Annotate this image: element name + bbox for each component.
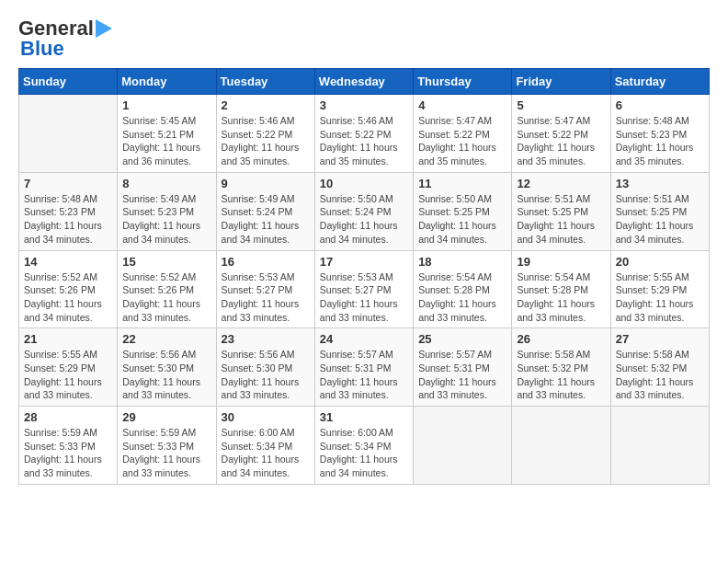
logo-arrow-icon (96, 19, 112, 38)
weekday-header-saturday: Saturday (610, 69, 709, 95)
day-info: Sunrise: 5:56 AMSunset: 5:30 PMDaylight:… (222, 348, 310, 402)
day-number: 1 (122, 98, 210, 112)
weekday-header-monday: Monday (118, 69, 216, 95)
calendar-week-row: 28Sunrise: 5:59 AMSunset: 5:33 PMDayligh… (19, 407, 710, 485)
calendar-cell: 3Sunrise: 5:46 AMSunset: 5:22 PMDaylight… (314, 95, 413, 173)
calendar-week-row: 1Sunrise: 5:45 AMSunset: 5:21 PMDaylight… (19, 95, 710, 173)
calendar-body: 1Sunrise: 5:45 AMSunset: 5:21 PMDaylight… (19, 95, 710, 485)
day-number: 2 (222, 98, 310, 112)
day-info: Sunrise: 5:56 AMSunset: 5:30 PMDaylight:… (122, 348, 210, 402)
day-info: Sunrise: 5:53 AMSunset: 5:27 PMDaylight:… (222, 270, 310, 325)
day-info: Sunrise: 5:47 AMSunset: 5:22 PMDaylight:… (517, 114, 605, 168)
calendar-week-row: 14Sunrise: 5:52 AMSunset: 5:26 PMDayligh… (19, 250, 710, 328)
day-number: 20 (616, 255, 704, 269)
day-info: Sunrise: 5:50 AMSunset: 5:25 PMDaylight:… (418, 192, 506, 247)
calendar-cell: 29Sunrise: 5:59 AMSunset: 5:33 PMDayligh… (118, 407, 216, 485)
day-number: 4 (418, 98, 506, 112)
day-number: 17 (320, 255, 408, 269)
day-info: Sunrise: 5:55 AMSunset: 5:29 PMDaylight:… (24, 348, 112, 402)
logo-text: General (18, 18, 94, 39)
weekday-header-tuesday: Tuesday (216, 69, 314, 95)
calendar-cell: 24Sunrise: 5:57 AMSunset: 5:31 PMDayligh… (314, 328, 413, 407)
day-number: 24 (320, 332, 408, 346)
weekday-header-thursday: Thursday (414, 69, 512, 95)
calendar-cell: 11Sunrise: 5:50 AMSunset: 5:25 PMDayligh… (414, 172, 512, 250)
day-number: 13 (616, 177, 704, 190)
day-number: 16 (222, 255, 310, 269)
day-number: 26 (517, 332, 605, 346)
day-number: 31 (320, 410, 408, 424)
day-info: Sunrise: 5:48 AMSunset: 5:23 PMDaylight:… (24, 192, 112, 247)
day-info: Sunrise: 5:58 AMSunset: 5:32 PMDaylight:… (616, 348, 704, 402)
day-info: Sunrise: 5:49 AMSunset: 5:24 PMDaylight:… (222, 192, 310, 247)
day-info: Sunrise: 6:00 AMSunset: 5:34 PMDaylight:… (320, 426, 408, 480)
calendar-cell: 12Sunrise: 5:51 AMSunset: 5:25 PMDayligh… (512, 172, 610, 250)
logo: General Blue (18, 18, 112, 59)
calendar-cell: 1Sunrise: 5:45 AMSunset: 5:21 PMDaylight… (118, 95, 216, 173)
day-number: 29 (122, 410, 210, 424)
calendar-header-row: SundayMondayTuesdayWednesdayThursdayFrid… (19, 69, 710, 95)
weekday-header-friday: Friday (512, 69, 610, 95)
day-info: Sunrise: 5:55 AMSunset: 5:29 PMDaylight:… (616, 270, 704, 325)
day-info: Sunrise: 5:50 AMSunset: 5:24 PMDaylight:… (320, 192, 408, 247)
calendar-cell (414, 407, 512, 485)
calendar-week-row: 7Sunrise: 5:48 AMSunset: 5:23 PMDaylight… (19, 172, 710, 250)
day-number: 19 (517, 255, 605, 269)
day-info: Sunrise: 5:57 AMSunset: 5:31 PMDaylight:… (320, 348, 408, 402)
calendar-table: SundayMondayTuesdayWednesdayThursdayFrid… (18, 68, 710, 485)
weekday-header-sunday: Sunday (19, 69, 118, 95)
calendar-cell: 5Sunrise: 5:47 AMSunset: 5:22 PMDaylight… (512, 95, 610, 173)
day-info: Sunrise: 5:46 AMSunset: 5:22 PMDaylight:… (222, 114, 310, 168)
day-info: Sunrise: 5:59 AMSunset: 5:33 PMDaylight:… (24, 426, 112, 480)
weekday-header-wednesday: Wednesday (314, 69, 413, 95)
day-info: Sunrise: 5:49 AMSunset: 5:23 PMDaylight:… (122, 192, 210, 247)
calendar-cell: 7Sunrise: 5:48 AMSunset: 5:23 PMDaylight… (19, 172, 118, 250)
day-info: Sunrise: 5:57 AMSunset: 5:31 PMDaylight:… (418, 348, 506, 402)
calendar-cell: 19Sunrise: 5:54 AMSunset: 5:28 PMDayligh… (512, 250, 610, 328)
calendar-cell: 23Sunrise: 5:56 AMSunset: 5:30 PMDayligh… (216, 328, 314, 407)
calendar-cell: 2Sunrise: 5:46 AMSunset: 5:22 PMDaylight… (216, 95, 314, 173)
logo-blue-text: Blue (20, 39, 64, 59)
calendar-week-row: 21Sunrise: 5:55 AMSunset: 5:29 PMDayligh… (19, 328, 710, 407)
day-info: Sunrise: 5:52 AMSunset: 5:26 PMDaylight:… (24, 270, 112, 325)
day-info: Sunrise: 5:59 AMSunset: 5:33 PMDaylight:… (122, 426, 210, 480)
calendar-cell: 17Sunrise: 5:53 AMSunset: 5:27 PMDayligh… (314, 250, 413, 328)
calendar-cell: 13Sunrise: 5:51 AMSunset: 5:25 PMDayligh… (610, 172, 709, 250)
day-info: Sunrise: 5:53 AMSunset: 5:27 PMDaylight:… (320, 270, 408, 325)
day-number: 9 (222, 177, 310, 190)
day-info: Sunrise: 5:54 AMSunset: 5:28 PMDaylight:… (418, 270, 506, 325)
day-info: Sunrise: 5:51 AMSunset: 5:25 PMDaylight:… (517, 192, 605, 247)
calendar-cell (512, 407, 610, 485)
day-number: 12 (517, 177, 605, 190)
day-number: 3 (320, 98, 408, 112)
day-number: 18 (418, 255, 506, 269)
calendar-cell: 25Sunrise: 5:57 AMSunset: 5:31 PMDayligh… (414, 328, 512, 407)
calendar-cell: 4Sunrise: 5:47 AMSunset: 5:22 PMDaylight… (414, 95, 512, 173)
calendar-cell: 14Sunrise: 5:52 AMSunset: 5:26 PMDayligh… (19, 250, 118, 328)
day-number: 8 (122, 177, 210, 190)
page-header: General Blue (18, 18, 710, 59)
calendar-cell: 27Sunrise: 5:58 AMSunset: 5:32 PMDayligh… (610, 328, 709, 407)
day-number: 7 (24, 177, 112, 190)
day-number: 27 (616, 332, 704, 346)
day-info: Sunrise: 5:47 AMSunset: 5:22 PMDaylight:… (418, 114, 506, 168)
calendar-cell: 28Sunrise: 5:59 AMSunset: 5:33 PMDayligh… (19, 407, 118, 485)
calendar-cell: 22Sunrise: 5:56 AMSunset: 5:30 PMDayligh… (118, 328, 216, 407)
calendar-cell: 8Sunrise: 5:49 AMSunset: 5:23 PMDaylight… (118, 172, 216, 250)
day-number: 14 (24, 255, 112, 269)
day-info: Sunrise: 5:52 AMSunset: 5:26 PMDaylight:… (122, 270, 210, 325)
day-info: Sunrise: 6:00 AMSunset: 5:34 PMDaylight:… (222, 426, 310, 480)
day-number: 22 (122, 332, 210, 346)
day-info: Sunrise: 5:51 AMSunset: 5:25 PMDaylight:… (616, 192, 704, 247)
day-number: 30 (222, 410, 310, 424)
calendar-cell: 20Sunrise: 5:55 AMSunset: 5:29 PMDayligh… (610, 250, 709, 328)
day-number: 15 (122, 255, 210, 269)
day-number: 23 (222, 332, 310, 346)
calendar-cell: 31Sunrise: 6:00 AMSunset: 5:34 PMDayligh… (314, 407, 413, 485)
day-info: Sunrise: 5:46 AMSunset: 5:22 PMDaylight:… (320, 114, 408, 168)
day-number: 5 (517, 98, 605, 112)
calendar-cell: 9Sunrise: 5:49 AMSunset: 5:24 PMDaylight… (216, 172, 314, 250)
calendar-cell: 16Sunrise: 5:53 AMSunset: 5:27 PMDayligh… (216, 250, 314, 328)
day-info: Sunrise: 5:48 AMSunset: 5:23 PMDaylight:… (616, 114, 704, 168)
day-number: 10 (320, 177, 408, 190)
